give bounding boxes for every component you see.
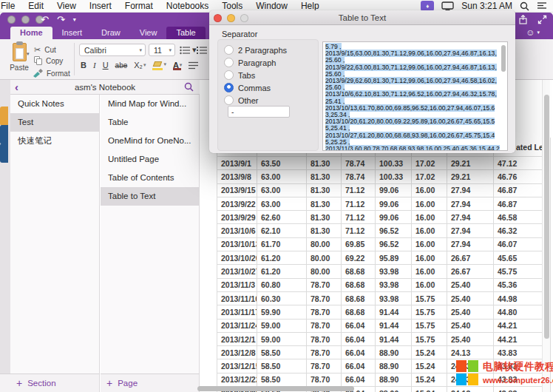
table-cell[interactable]: 80.00 bbox=[307, 238, 342, 251]
separator-option-commas[interactable]: Commas bbox=[224, 82, 271, 93]
table-cell[interactable]: 69.85 bbox=[342, 238, 376, 251]
table-cell[interactable]: 80.00 bbox=[307, 265, 342, 278]
page-item[interactable]: Untitled Page bbox=[101, 150, 199, 169]
table-cell[interactable]: 2013/11/10 bbox=[217, 292, 257, 305]
ribbon-tab-table[interactable]: Table bbox=[166, 27, 205, 39]
table-cell[interactable]: 63.00 bbox=[257, 184, 307, 197]
table-cell[interactable]: 71.12 bbox=[342, 197, 376, 211]
table-cell[interactable]: 71.12 bbox=[342, 211, 376, 224]
section-color-tab[interactable] bbox=[0, 143, 8, 163]
table-cell[interactable]: 66.04 bbox=[342, 333, 376, 346]
table-cell[interactable]: 15.75 bbox=[412, 305, 447, 319]
copy-button[interactable]: Copy bbox=[34, 56, 63, 65]
table-cell[interactable]: 66.04 bbox=[342, 359, 376, 373]
redo-button[interactable]: ↷ bbox=[57, 14, 65, 25]
menu-item[interactable]: Tools bbox=[215, 1, 249, 11]
menu-item[interactable]: Edit bbox=[21, 1, 50, 11]
table-cell[interactable]: 78.70 bbox=[307, 346, 342, 359]
table-cell[interactable]: 29.21 bbox=[447, 157, 494, 170]
table-cell[interactable]: 16.00 bbox=[412, 279, 447, 292]
menu-item[interactable]: Window bbox=[249, 1, 294, 11]
table-cell[interactable]: 16.00 bbox=[412, 184, 447, 197]
table-cell[interactable]: 2013/12/1 bbox=[217, 333, 257, 346]
font-color-button[interactable]: A▾ bbox=[173, 61, 182, 70]
table-cell[interactable]: 78.70 bbox=[307, 333, 342, 346]
separator-option-paragraph[interactable]: Paragraph bbox=[224, 57, 276, 68]
table-cell[interactable]: 68.68 bbox=[342, 292, 376, 305]
table-cell[interactable]: 2013/10/13 bbox=[217, 238, 257, 251]
preview-scrollbar-thumb[interactable] bbox=[501, 45, 506, 72]
underline-button[interactable]: U bbox=[103, 61, 109, 70]
table-cell[interactable]: 78.70 bbox=[307, 374, 342, 387]
notebook-search-icon[interactable] bbox=[184, 82, 194, 92]
menu-item[interactable]: Help bbox=[294, 1, 326, 11]
table-cell[interactable]: 24.13 bbox=[447, 346, 494, 359]
spotlight-search-icon[interactable] bbox=[520, 1, 529, 11]
table-cell[interactable]: 60.80 bbox=[257, 279, 307, 292]
italic-button[interactable]: I bbox=[93, 61, 96, 70]
table-cell[interactable]: 71.12 bbox=[342, 224, 376, 237]
table-cell[interactable]: 2013/11/3 bbox=[217, 279, 257, 292]
table-cell[interactable]: 16.00 bbox=[412, 224, 447, 237]
cut-button[interactable]: ✂ Cut bbox=[34, 45, 56, 55]
table-cell[interactable]: 78.70 bbox=[307, 292, 342, 305]
separator-option-other[interactable]: Other bbox=[224, 95, 259, 106]
table-cell[interactable]: 59.00 bbox=[257, 333, 307, 346]
table-cell[interactable]: 2013/12/8 bbox=[217, 346, 257, 359]
table-cell[interactable]: 25.40 bbox=[447, 279, 494, 292]
table-cell[interactable]: 100.33 bbox=[376, 157, 412, 170]
separator-option-2-paragraphs[interactable]: 2 Paragraphs bbox=[224, 44, 287, 55]
bullet-list-button[interactable]: ▾ bbox=[180, 44, 197, 56]
table-cell[interactable]: 2013/9/8 bbox=[217, 170, 257, 183]
page-item[interactable]: Table of Contents bbox=[101, 169, 199, 187]
table-cell[interactable]: 2013/11/24 bbox=[217, 320, 257, 333]
page-item[interactable]: OneMind for OneNo... bbox=[101, 132, 199, 150]
paste-button[interactable]: ▾ Paste bbox=[6, 43, 33, 72]
table-cell[interactable]: 58.50 bbox=[257, 374, 307, 387]
table-cell[interactable]: 63.00 bbox=[257, 170, 307, 183]
table-cell[interactable]: 68.68 bbox=[342, 265, 376, 278]
table-cell[interactable]: 68.68 bbox=[342, 305, 376, 319]
close-button[interactable] bbox=[7, 16, 16, 24]
feedback-button[interactable]: ☺ ▾ bbox=[526, 27, 540, 38]
table-cell[interactable]: 93.98 bbox=[376, 292, 412, 305]
menu-item[interactable]: View bbox=[50, 1, 83, 11]
status-gem-icon[interactable]: ♦ bbox=[421, 1, 434, 11]
add-page-button[interactable]: + Page bbox=[101, 374, 200, 392]
ribbon-tab-home[interactable]: Home bbox=[10, 27, 52, 39]
ribbon-tab-insert[interactable]: Insert bbox=[52, 27, 92, 39]
table-cell[interactable]: 71.12 bbox=[342, 184, 376, 197]
dialog-close-button[interactable] bbox=[214, 14, 222, 22]
table-cell[interactable]: 91.44 bbox=[376, 333, 412, 346]
table-cell[interactable]: 62.60 bbox=[257, 211, 307, 224]
font-family-select[interactable]: Calibri▾ bbox=[79, 44, 146, 56]
table-cell[interactable]: 15.24 bbox=[412, 374, 447, 387]
table-cell[interactable]: 96.52 bbox=[376, 238, 412, 251]
table-cell[interactable]: 2013/9/22 bbox=[217, 197, 257, 211]
table-cell[interactable]: 93.98 bbox=[376, 279, 412, 292]
table-cell[interactable]: 66.04 bbox=[342, 374, 376, 387]
table-cell[interactable]: 61.70 bbox=[257, 238, 307, 251]
table-cell[interactable]: 80.00 bbox=[307, 251, 342, 265]
table-cell[interactable]: 16.00 bbox=[412, 265, 447, 278]
undo-button[interactable]: ↶ bbox=[41, 14, 49, 25]
table-cell[interactable]: 25.40 bbox=[447, 292, 494, 305]
paragraph-align-icon[interactable] bbox=[189, 61, 198, 70]
table-cell[interactable]: 29.21 bbox=[447, 170, 494, 183]
other-separator-input[interactable] bbox=[228, 106, 290, 118]
table-cell[interactable]: 91.44 bbox=[376, 305, 412, 319]
table-cell[interactable]: 27.94 bbox=[447, 184, 494, 197]
table-cell[interactable]: 27.94 bbox=[447, 197, 494, 211]
separator-option-tabs[interactable]: Tabs bbox=[224, 70, 255, 81]
table-cell[interactable]: 99.06 bbox=[376, 184, 412, 197]
menu-item[interactable]: File bbox=[0, 1, 21, 11]
table-cell[interactable]: 88.90 bbox=[376, 387, 412, 392]
table-cell[interactable]: 63.50 bbox=[257, 157, 307, 170]
strikethrough-button[interactable]: abe bbox=[115, 61, 128, 70]
vertical-scrollbar-thumb[interactable] bbox=[544, 95, 549, 339]
horizontal-scrollbar-thumb[interactable] bbox=[197, 386, 354, 391]
notebook-title[interactable]: asm's Notebook bbox=[10, 83, 200, 92]
section-item[interactable]: Quick Notes bbox=[10, 95, 99, 113]
table-cell[interactable]: 2013/10/27 bbox=[217, 265, 257, 278]
table-cell[interactable]: 78.70 bbox=[307, 279, 342, 292]
